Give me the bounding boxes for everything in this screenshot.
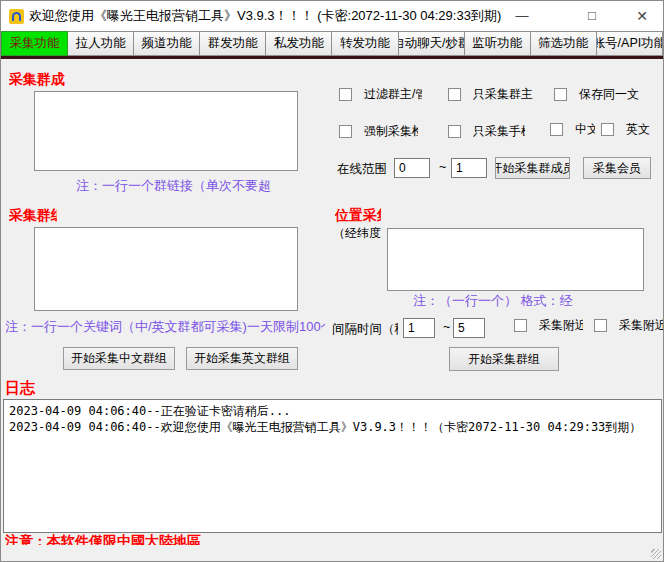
start-collect-members-button[interactable]: 开始采集群成员 [495, 157, 570, 179]
interval-min-input[interactable] [403, 318, 435, 338]
start-collect-cn-groups-button[interactable]: 开始采集中文群组 [63, 347, 175, 370]
title-bar: 欢迎您使用《曝光王电报营销工具》V3.9.3！！！ (卡密:2072-11-30… [1, 1, 663, 31]
collect-groups-heading: 采集群组 [9, 207, 57, 225]
tab-mass-send[interactable]: 群发功能 [200, 31, 266, 56]
footer-warning: 注意：本软件僅限中國大陸地區 [5, 534, 425, 545]
force-collect-checkbox[interactable] [339, 125, 352, 138]
chinese-label: 中文 [575, 122, 595, 137]
log-line: 2023-04-09 04:06:40--正在验证卡密请稍后... [9, 403, 656, 419]
range-separator: ~ [439, 160, 449, 174]
tab-invite[interactable]: 拉人功能 [68, 31, 134, 56]
start-collect-en-groups-button[interactable]: 开始采集英文群组 [186, 347, 298, 370]
online-max-input[interactable] [451, 158, 487, 178]
chinese-checkbox[interactable] [550, 123, 563, 136]
filter-admin-label: 过滤群主/管 [364, 87, 422, 102]
tab-channel[interactable]: 频道功能 [134, 31, 200, 56]
start-collect-location-groups-button[interactable]: 开始采集群组 [449, 347, 559, 371]
online-min-input[interactable] [394, 158, 430, 178]
app-icon [9, 9, 24, 24]
only-phone-label: 只采集手机 [473, 124, 525, 139]
nearby2-label: 采集附近 [619, 318, 663, 333]
interval-label: 间隔时间（秒 [332, 321, 398, 338]
coordinates-textarea[interactable] [387, 228, 644, 291]
group-links-note: 注：一行一个群链接（单次不要超 [76, 177, 298, 195]
group-links-textarea[interactable] [34, 91, 298, 171]
tab-forward[interactable]: 转发功能 [332, 31, 398, 56]
coordinates-label: （经纬度 [333, 225, 386, 242]
force-collect-label: 强制采集检 [364, 124, 418, 139]
coordinates-note: 注：（一行一个） 格式：经 [413, 292, 583, 310]
minimize-icon[interactable]: — [499, 1, 545, 31]
nearby2-checkbox[interactable] [594, 319, 607, 332]
window-title: 欢迎您使用《曝光王电报营销工具》V3.9.3！！！ (卡密:2072-11-30… [29, 1, 501, 31]
filter-admin-checkbox[interactable] [339, 88, 352, 101]
collect-vip-button[interactable]: 采集会员 [583, 157, 651, 179]
app-window: 欢迎您使用《曝光王电报营销工具》V3.9.3！！！ (卡密:2072-11-30… [0, 0, 664, 562]
keywords-note: 注：一行一个关键词（中/英文群都可采集)一天限制100个 [5, 318, 325, 336]
log-line: 2023-04-09 04:06:40--欢迎您使用《曝光王电报营销工具》V3.… [9, 419, 656, 435]
online-range-label: 在线范围（ [337, 161, 399, 178]
resize-grip[interactable] [651, 549, 661, 559]
nearby1-checkbox[interactable] [514, 319, 527, 332]
close-icon[interactable]: ✕ [619, 1, 664, 31]
interval-max-input[interactable] [453, 318, 485, 338]
only-phone-checkbox[interactable] [448, 125, 461, 138]
english-label: 英文 [626, 122, 654, 137]
nearby1-label: 采集附近 [539, 318, 583, 333]
log-output[interactable]: 2023-04-09 04:06:40--正在验证卡密请稍后... 2023-0… [3, 399, 662, 533]
english-checkbox[interactable] [601, 123, 614, 136]
save-same-file-label: 保存同一文 [579, 87, 641, 102]
location-collect-heading: 位置采集 [335, 207, 381, 225]
tab-account-api[interactable]: 账号/API功能 [597, 31, 663, 56]
tab-filter[interactable]: 筛选功能 [531, 31, 597, 56]
log-heading: 日志 [5, 379, 45, 398]
collect-members-heading: 采集群成 [9, 71, 67, 89]
save-same-file-checkbox[interactable] [554, 88, 567, 101]
tab-bar: 采集功能 拉人功能 频道功能 群发功能 私发功能 转发功能 自动聊天/炒群 监听… [1, 31, 663, 59]
only-owner-checkbox[interactable] [448, 88, 461, 101]
tab-private-send[interactable]: 私发功能 [266, 31, 332, 56]
maximize-icon[interactable]: □ [569, 1, 615, 31]
interval-separator: ~ [443, 320, 453, 334]
only-owner-label: 只采集群主 [473, 87, 537, 102]
keywords-textarea[interactable] [34, 227, 298, 311]
tab-auto-chat[interactable]: 自动聊天/炒群 [399, 31, 465, 56]
tab-monitor[interactable]: 监听功能 [465, 31, 531, 56]
tab-collect[interactable]: 采集功能 [1, 31, 68, 56]
